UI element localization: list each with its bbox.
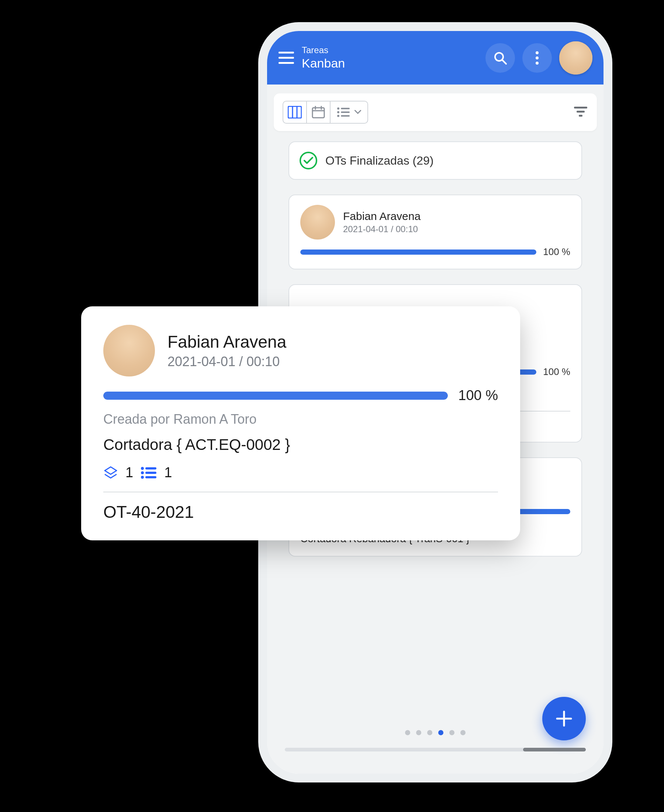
page-indicator: [405, 730, 465, 735]
svg-point-30: [141, 476, 144, 479]
view-calendar-tab[interactable]: [307, 101, 330, 123]
filter-button[interactable]: [573, 106, 588, 119]
svg-rect-29: [145, 472, 156, 474]
search-icon: [493, 51, 508, 65]
header-avatar[interactable]: [559, 41, 592, 75]
svg-rect-2: [278, 62, 294, 64]
view-kanban-tab[interactable]: [283, 101, 307, 123]
svg-line-4: [503, 60, 506, 64]
detail-ot-code: OT-40-2021: [103, 502, 498, 522]
svg-rect-0: [278, 52, 294, 54]
calendar-icon: [312, 106, 325, 119]
svg-point-17: [337, 111, 339, 113]
svg-point-19: [337, 115, 339, 117]
svg-rect-8: [288, 106, 301, 118]
task-progress-text: 100 %: [543, 366, 570, 378]
svg-rect-27: [145, 467, 156, 470]
svg-point-6: [535, 57, 539, 59]
task-progress-text: 100 %: [543, 246, 570, 258]
page-dot[interactable]: [416, 730, 421, 735]
horizontal-scrollbar[interactable]: [285, 748, 586, 752]
svg-point-15: [337, 108, 339, 109]
svg-rect-16: [341, 108, 350, 109]
svg-rect-23: [579, 115, 583, 117]
svg-point-5: [535, 51, 539, 54]
view-filter-bar: [274, 93, 597, 131]
more-options-button[interactable]: [522, 43, 552, 73]
filter-icon: [573, 106, 588, 117]
detail-asset: Cortadora { ACT.EQ-0002 }: [103, 436, 498, 453]
task-card[interactable]: Fabian Aravena 2021-04-01 / 00:10 100 %: [288, 194, 582, 269]
page-dot[interactable]: [461, 730, 465, 735]
list-icon: [337, 107, 351, 117]
header-title-block: Tareas Kanban: [302, 45, 478, 70]
task-assignee: Fabian Aravena: [343, 210, 420, 223]
scrollbar-thumb[interactable]: [523, 748, 586, 752]
page-dot[interactable]: [438, 730, 443, 735]
svg-rect-20: [341, 115, 350, 117]
svg-point-7: [535, 62, 539, 65]
menu-button[interactable]: [278, 50, 295, 66]
view-list-tab[interactable]: [330, 101, 368, 123]
view-mode-group: [283, 101, 368, 124]
svg-point-28: [141, 471, 144, 474]
detail-datetime: 2021-04-01 / 00:10: [168, 354, 286, 370]
task-datetime: 2021-04-01 / 00:10: [343, 224, 420, 234]
detail-progress-text: 100 %: [458, 388, 498, 403]
search-button[interactable]: [485, 43, 515, 73]
detail-counts: 1 1: [103, 465, 498, 492]
plus-icon: [555, 710, 573, 727]
svg-rect-22: [576, 111, 585, 113]
list-icon: [140, 466, 157, 479]
svg-rect-21: [574, 107, 587, 109]
app-header: Tareas Kanban: [267, 31, 604, 85]
task-progress-bar: [300, 249, 536, 255]
detail-progress-bar: [103, 391, 448, 400]
detail-assignee: Fabian Aravena: [168, 332, 286, 352]
layers-icon: [103, 465, 118, 480]
header-subtitle: Tareas: [302, 45, 478, 55]
check-circle-icon: [299, 152, 317, 170]
kanban-icon: [288, 106, 302, 119]
chevron-down-icon: [355, 110, 361, 114]
task-avatar: [300, 205, 335, 240]
status-label: OTs Finalizadas (29): [325, 154, 433, 168]
header-title: Kanban: [302, 56, 478, 70]
detail-avatar: [103, 325, 155, 377]
svg-rect-1: [278, 57, 294, 59]
svg-rect-11: [312, 108, 324, 118]
page-dot[interactable]: [405, 730, 410, 735]
detail-created-by: Creada por Ramon A Toro: [103, 411, 498, 427]
add-fab-button[interactable]: [542, 697, 586, 740]
status-header[interactable]: OTs Finalizadas (29): [288, 141, 582, 180]
more-vertical-icon: [535, 51, 539, 65]
svg-point-26: [141, 467, 144, 470]
page-dot[interactable]: [427, 730, 432, 735]
svg-rect-31: [145, 476, 156, 478]
svg-rect-18: [341, 111, 350, 113]
page-dot[interactable]: [449, 730, 454, 735]
task-detail-card[interactable]: Fabian Aravena 2021-04-01 / 00:10 100 % …: [81, 307, 520, 540]
